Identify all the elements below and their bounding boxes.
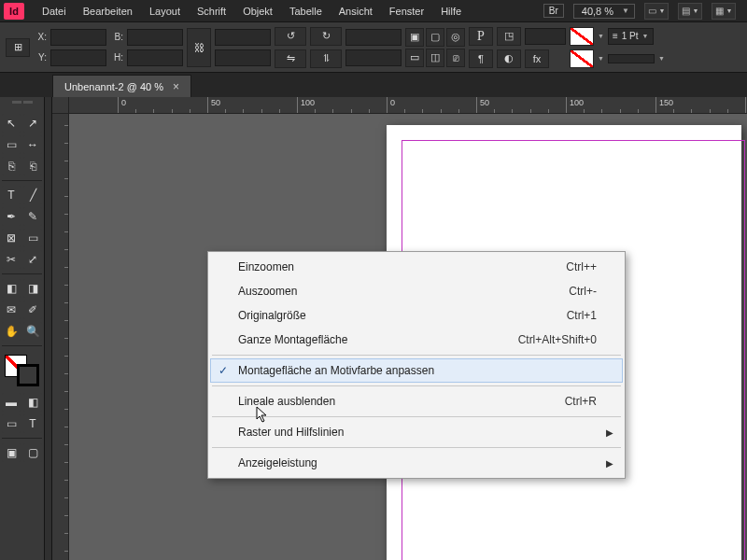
auto-fit-button[interactable]: ⎚ bbox=[446, 49, 465, 67]
context-menu-item[interactable]: ✓Montagefläche an Motivfarbe anpassen bbox=[210, 358, 623, 383]
flip-h-button[interactable]: ⇋ bbox=[275, 49, 306, 68]
y-field[interactable] bbox=[50, 49, 106, 66]
gap-tool[interactable]: ↔ bbox=[23, 135, 42, 154]
document-tab-strip: Unbenannt-2 @ 40 % × bbox=[0, 73, 747, 97]
rectangle-tool[interactable]: ▭ bbox=[23, 229, 42, 247]
scale-y-field[interactable] bbox=[215, 49, 271, 66]
x-field[interactable] bbox=[50, 29, 106, 46]
height-field[interactable] bbox=[127, 49, 183, 66]
stroke-swatch[interactable] bbox=[570, 49, 594, 68]
menu-bearbeiten[interactable]: Bearbeiten bbox=[75, 2, 141, 21]
stroke-weight-field[interactable]: ≡1 Pt▼ bbox=[608, 28, 654, 45]
stroke-style-field[interactable] bbox=[608, 54, 655, 63]
note-tool[interactable]: ✉ bbox=[2, 301, 21, 319]
type-tool[interactable]: T bbox=[2, 186, 21, 204]
clear-overrides-button[interactable]: ¶ bbox=[469, 49, 493, 68]
corner-radius-field[interactable] bbox=[525, 28, 566, 45]
panel-grip[interactable] bbox=[4, 101, 41, 110]
flip-v-button[interactable]: ⥮ bbox=[310, 49, 342, 68]
menu-fenster[interactable]: Fenster bbox=[381, 2, 432, 21]
screen-mode-button[interactable]: ▭▼ bbox=[644, 3, 669, 20]
view-options-button[interactable]: ▤▼ bbox=[678, 3, 702, 20]
content-collector-tool[interactable]: ⎘ bbox=[2, 157, 21, 175]
preview-view-button[interactable]: ▢ bbox=[23, 443, 42, 462]
reference-point-proxy[interactable]: ⊞ bbox=[6, 38, 30, 57]
scale-x-field[interactable] bbox=[215, 29, 271, 46]
fill-stroke-proxy[interactable] bbox=[2, 355, 42, 386]
blend-mode-button[interactable]: ◐ bbox=[497, 49, 521, 68]
hand-tool[interactable]: ✋ bbox=[2, 322, 21, 341]
rotate-ccw-button[interactable]: ↺ bbox=[275, 27, 306, 46]
eyedropper-tool[interactable]: ✐ bbox=[23, 301, 42, 319]
width-field[interactable] bbox=[127, 29, 183, 46]
y-label: Y: bbox=[34, 52, 47, 63]
menu-schrift[interactable]: Schrift bbox=[189, 2, 234, 21]
fill-swatch[interactable] bbox=[570, 27, 594, 46]
document-tab[interactable]: Unbenannt-2 @ 40 % × bbox=[52, 75, 191, 97]
document-viewport[interactable]: 050100050100150200 EinzoomenCtrl++Auszoo… bbox=[45, 97, 747, 560]
pencil-tool[interactable]: ✎ bbox=[23, 207, 42, 226]
zoom-level-field[interactable]: 40,8 % ▼ bbox=[573, 4, 635, 19]
direct-selection-tool[interactable]: ↗ bbox=[23, 114, 42, 133]
constrain-proportions-button[interactable]: ⛓ bbox=[187, 28, 211, 67]
rectangle-frame-tool[interactable]: ⊠ bbox=[2, 229, 21, 247]
free-transform-tool[interactable]: ⤢ bbox=[23, 250, 42, 269]
menu-tabelle[interactable]: Tabelle bbox=[281, 2, 331, 21]
normal-view-button[interactable]: ▣ bbox=[2, 443, 21, 462]
rotate-cw-button[interactable]: ↻ bbox=[310, 27, 342, 46]
vertical-ruler[interactable] bbox=[52, 114, 69, 560]
shear-field[interactable] bbox=[345, 49, 402, 66]
fit-prop-button[interactable]: ◫ bbox=[426, 49, 444, 67]
menu-datei[interactable]: Datei bbox=[34, 2, 75, 21]
apply-color-button[interactable]: ▬ bbox=[2, 393, 21, 412]
context-menu-item[interactable]: Anzeigeleistung▶ bbox=[210, 451, 623, 475]
context-menu-item[interactable]: OriginalgrößeCtrl+1 bbox=[210, 303, 623, 328]
chevron-down-icon[interactable]: ▼ bbox=[598, 33, 604, 39]
context-menu-item[interactable]: Lineale ausblendenCtrl+R bbox=[210, 389, 623, 413]
panel-collapse-strip[interactable] bbox=[45, 97, 52, 560]
context-menu-item[interactable]: Raster und Hilfslinien▶ bbox=[210, 420, 623, 444]
fill-frame-button[interactable]: ▣ bbox=[405, 28, 424, 47]
gradient-swatch-tool[interactable]: ◧ bbox=[2, 279, 21, 298]
menu-hilfe[interactable]: Hilfe bbox=[432, 2, 470, 21]
context-menu-item[interactable]: EinzoomenCtrl++ bbox=[210, 255, 623, 279]
pen-tool[interactable]: ✒ bbox=[2, 207, 21, 226]
zoom-tool[interactable]: 🔍 bbox=[23, 322, 42, 341]
fit-content-button[interactable]: ▢ bbox=[426, 28, 444, 47]
page-tool[interactable]: ▭ bbox=[2, 135, 21, 154]
chevron-down-icon[interactable]: ▼ bbox=[598, 55, 604, 62]
content-placer-tool[interactable]: ⎗ bbox=[23, 157, 42, 175]
context-menu-item[interactable]: Ganze MontageflächeCtrl+Alt+Shift+0 bbox=[210, 328, 623, 352]
scissors-tool[interactable]: ✂ bbox=[2, 250, 21, 269]
apply-gradient-button[interactable]: ◧ bbox=[23, 393, 42, 412]
corner-options-button[interactable]: ◳ bbox=[497, 27, 521, 46]
formatting-text-button[interactable]: T bbox=[23, 414, 42, 433]
context-menu-label: Anzeigeleistung bbox=[238, 456, 597, 469]
context-menu-label: Raster und Hilfslinien bbox=[238, 426, 597, 439]
selection-tool[interactable]: ↖ bbox=[2, 114, 21, 133]
paragraph-style-button[interactable]: P bbox=[469, 27, 493, 46]
chevron-down-icon: ▼ bbox=[619, 7, 632, 15]
menu-ansicht[interactable]: Ansicht bbox=[331, 2, 381, 21]
fit-frame-button[interactable]: ▭ bbox=[405, 49, 424, 67]
ruler-origin[interactable] bbox=[52, 97, 69, 114]
menu-layout[interactable]: Layout bbox=[141, 2, 189, 21]
gradient-feather-tool[interactable]: ◨ bbox=[23, 279, 42, 298]
effects-button[interactable]: fx bbox=[525, 49, 549, 68]
fitting-buttons: ▣ ▢ ◎ ▭ ◫ ⎚ bbox=[405, 28, 465, 67]
chevron-right-icon: ▶ bbox=[606, 427, 613, 438]
rotation-field[interactable] bbox=[345, 29, 402, 46]
tools-panel: ↖ ↗ ▭ ↔ ⎘ ⎗ T ╱ ✒ ✎ ⊠ ▭ ✂ ⤢ ◧ ◨ ✉ ✐ ✋ 🔍 bbox=[0, 97, 45, 560]
arrange-docs-button[interactable]: ▦▼ bbox=[712, 3, 736, 20]
center-content-button[interactable]: ◎ bbox=[446, 28, 465, 47]
close-icon[interactable]: × bbox=[173, 80, 179, 93]
bridge-button[interactable]: Br bbox=[543, 4, 564, 18]
app-badge: Id bbox=[4, 3, 24, 20]
menu-objekt[interactable]: Objekt bbox=[234, 2, 281, 21]
horizontal-ruler[interactable]: 050100050100150200 bbox=[69, 97, 747, 114]
context-menu-item[interactable]: AuszoomenCtrl+- bbox=[210, 279, 623, 303]
h-label: H: bbox=[110, 52, 123, 63]
formatting-container-button[interactable]: ▭ bbox=[2, 414, 21, 433]
line-tool[interactable]: ╱ bbox=[23, 186, 42, 204]
context-menu-label: Originalgröße bbox=[238, 309, 567, 322]
